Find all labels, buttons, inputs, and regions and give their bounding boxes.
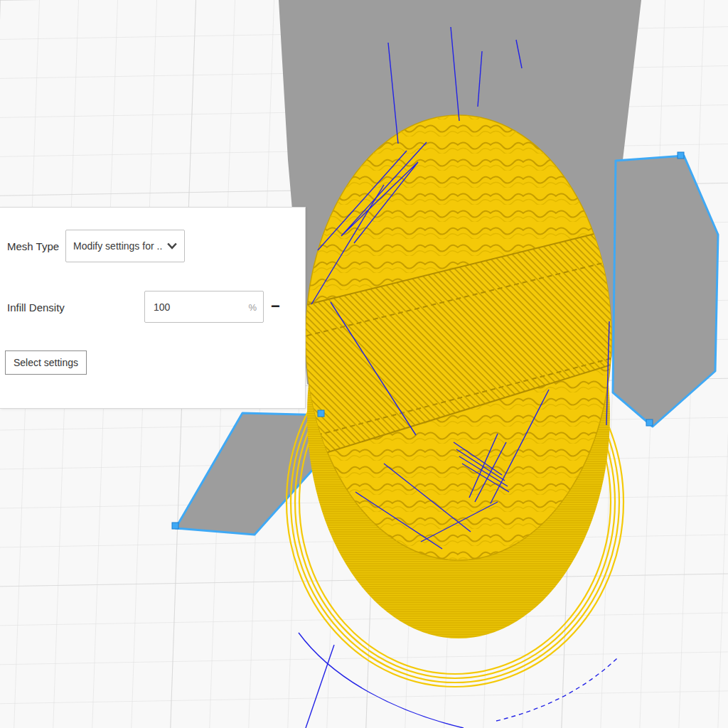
infill-density-field-wrap: % xyxy=(144,291,264,323)
per-model-settings-panel: Mesh Type Modify settings for ... Infill… xyxy=(0,207,306,409)
select-settings-button[interactable]: Select settings xyxy=(5,350,87,375)
chevron-down-icon xyxy=(167,242,177,250)
infill-density-label: Infill Density xyxy=(7,301,65,314)
remove-setting-button[interactable]: − xyxy=(271,297,280,316)
mesh-type-value: Modify settings for ... xyxy=(73,240,163,252)
mesh-type-dropdown[interactable]: Modify settings for ... xyxy=(65,230,185,262)
infill-density-input[interactable] xyxy=(144,291,264,323)
mesh-type-label: Mesh Type xyxy=(7,240,59,252)
